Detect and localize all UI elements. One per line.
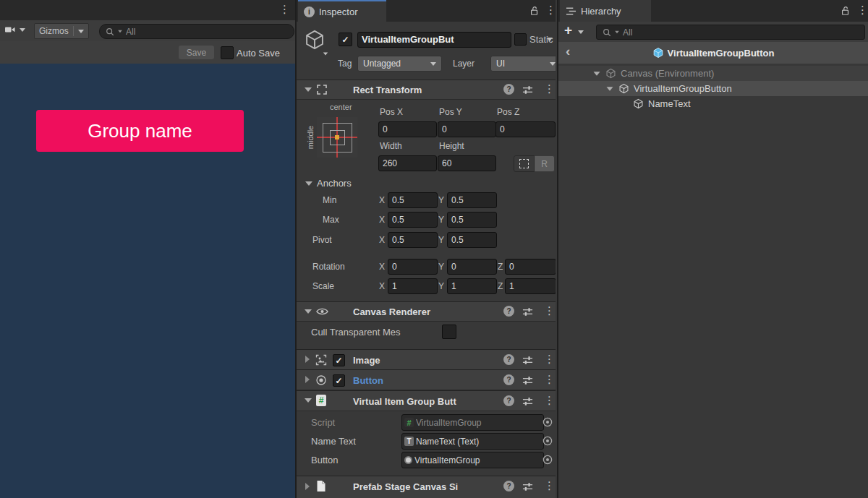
tab-hierarchy[interactable]: Hierarchy bbox=[560, 0, 651, 22]
axis-x-label: X bbox=[379, 281, 385, 291]
anchors-foldout-icon[interactable] bbox=[305, 181, 312, 186]
foldout-closed-icon[interactable] bbox=[305, 376, 310, 383]
name-text-field-label: Name Text bbox=[311, 436, 356, 447]
scale-z-field[interactable]: 1 bbox=[505, 278, 556, 294]
blueprint-mode-button[interactable] bbox=[514, 155, 535, 172]
eye-icon bbox=[316, 306, 328, 317]
gameobject-active-checkbox[interactable]: ✓ bbox=[339, 33, 352, 46]
presets-icon[interactable] bbox=[522, 355, 533, 366]
presets-icon[interactable] bbox=[522, 85, 533, 95]
prefab-back-button[interactable]: ‹ bbox=[566, 43, 570, 59]
gameobject-cube-icon[interactable] bbox=[304, 29, 326, 51]
pos-z-label: Pos Z bbox=[497, 107, 519, 117]
pos-y-field[interactable]: 0 bbox=[438, 121, 496, 137]
hierarchy-search-input[interactable]: All bbox=[596, 25, 865, 40]
canvas-renderer-kebab-icon[interactable]: ⋮ bbox=[544, 306, 555, 316]
name-text-object-picker-icon[interactable] bbox=[541, 433, 554, 448]
button-object-picker-icon[interactable] bbox=[541, 452, 554, 467]
foldout-open-icon[interactable] bbox=[305, 87, 312, 92]
scene-viewport[interactable]: Group name bbox=[0, 64, 295, 498]
hierarchy-kebab-menu-icon[interactable]: ⋮ bbox=[857, 5, 868, 15]
presets-icon[interactable] bbox=[522, 481, 533, 492]
anchors-min-x-field[interactable]: 0.5 bbox=[388, 192, 438, 208]
prefab-stage-kebab-icon[interactable]: ⋮ bbox=[544, 481, 555, 491]
foldout-closed-icon[interactable] bbox=[305, 356, 310, 363]
foldout-closed-icon[interactable] bbox=[305, 483, 310, 490]
static-dropdown-icon[interactable] bbox=[547, 38, 553, 41]
name-text-object-field[interactable]: T NameText (Text) bbox=[401, 433, 544, 450]
script-component-header[interactable]: # Virtual Item Group Butt ? ⋮ bbox=[297, 390, 556, 411]
help-icon[interactable]: ? bbox=[503, 374, 514, 385]
add-gameobject-button[interactable]: + bbox=[564, 22, 572, 38]
rect-transform-kebab-icon[interactable]: ⋮ bbox=[544, 84, 555, 94]
canvas-renderer-header[interactable]: Canvas Renderer ? ⋮ bbox=[297, 301, 556, 322]
save-button[interactable]: Save bbox=[179, 46, 214, 59]
foldout-open-icon[interactable] bbox=[305, 309, 312, 314]
foldout-open-icon[interactable] bbox=[594, 72, 600, 75]
cull-transparent-mesh-checkbox[interactable] bbox=[442, 325, 456, 339]
anchors-max-y-field[interactable]: 0.5 bbox=[447, 212, 497, 228]
hierarchy-row-canvas[interactable]: Canvas (Environment) bbox=[558, 66, 868, 81]
help-icon[interactable]: ? bbox=[503, 395, 514, 406]
anchors-min-y-field[interactable]: 0.5 bbox=[447, 192, 497, 208]
rotation-y-field[interactable]: 0 bbox=[447, 259, 497, 275]
search-filter-dropdown-icon bbox=[615, 31, 619, 34]
presets-icon[interactable] bbox=[522, 375, 533, 386]
scene-camera-button[interactable] bbox=[4, 24, 25, 35]
tab-inspector[interactable]: i Inspector bbox=[298, 0, 386, 22]
rotation-z-field[interactable]: 0 bbox=[505, 259, 556, 275]
presets-icon[interactable] bbox=[522, 306, 533, 317]
button-object-field[interactable]: VirtualItemGroup bbox=[401, 452, 544, 468]
help-icon[interactable]: ? bbox=[503, 84, 514, 95]
button-component-icon bbox=[315, 374, 327, 386]
anchors-max-x-field[interactable]: 0.5 bbox=[388, 212, 438, 228]
rotation-x-field[interactable]: 0 bbox=[388, 259, 438, 275]
lock-icon[interactable] bbox=[841, 6, 851, 16]
button-enabled-checkbox[interactable]: ✓ bbox=[333, 374, 345, 387]
foldout-open-icon[interactable] bbox=[607, 87, 613, 90]
script-object-picker-icon[interactable] bbox=[541, 414, 554, 429]
presets-icon[interactable] bbox=[522, 396, 533, 407]
gameobject-icon-dropdown-icon[interactable] bbox=[323, 53, 328, 56]
script-object-field[interactable]: # VirtualItemGroup bbox=[401, 414, 544, 431]
camera-icon bbox=[4, 24, 16, 35]
button-component-header[interactable]: ✓ Button ? ⋮ bbox=[297, 369, 556, 390]
static-checkbox[interactable] bbox=[514, 33, 527, 46]
prefab-stage-header[interactable]: Prefab Stage Canvas Si ? ⋮ bbox=[297, 476, 556, 498]
image-kebab-icon[interactable]: ⋮ bbox=[544, 354, 555, 364]
lock-icon[interactable] bbox=[529, 6, 540, 16]
image-component-header[interactable]: ✓ Image ? ⋮ bbox=[297, 349, 556, 370]
group-button-preview[interactable]: Group name bbox=[36, 110, 244, 152]
hierarchy-row-nametext[interactable]: NameText bbox=[558, 96, 868, 111]
anchor-preset-widget[interactable] bbox=[317, 117, 357, 158]
scale-x-field[interactable]: 1 bbox=[388, 278, 438, 294]
help-icon[interactable]: ? bbox=[503, 306, 514, 317]
height-field[interactable]: 60 bbox=[438, 155, 496, 171]
gameobject-name-field[interactable]: VirtualItemGroupBut bbox=[357, 32, 511, 48]
inspector-kebab-menu-icon[interactable]: ⋮ bbox=[545, 5, 556, 15]
scene-kebab-menu-icon[interactable]: ⋮ bbox=[279, 4, 290, 14]
hierarchy-tab-label: Hierarchy bbox=[581, 6, 621, 17]
add-dropdown-icon[interactable] bbox=[578, 30, 584, 34]
pivot-y-field[interactable]: 0.5 bbox=[447, 232, 497, 248]
help-icon[interactable]: ? bbox=[503, 481, 514, 491]
script-kebab-icon[interactable]: ⋮ bbox=[544, 395, 555, 405]
pos-z-field[interactable]: 0 bbox=[495, 121, 556, 137]
raw-edit-button[interactable]: R bbox=[535, 155, 555, 172]
pivot-x-field[interactable]: 0.5 bbox=[388, 232, 438, 248]
pos-x-field[interactable]: 0 bbox=[378, 121, 437, 137]
help-icon[interactable]: ? bbox=[503, 354, 514, 365]
scene-search-input[interactable]: All bbox=[99, 24, 294, 39]
layer-dropdown[interactable]: UI bbox=[490, 56, 556, 72]
auto-save-checkbox[interactable] bbox=[221, 46, 234, 59]
scale-y-field[interactable]: 1 bbox=[447, 278, 497, 294]
hierarchy-row-virtualitemgroupbutton[interactable]: VirtualItemGroupButton bbox=[558, 81, 868, 96]
width-field[interactable]: 260 bbox=[378, 155, 437, 171]
tag-dropdown[interactable]: Untagged bbox=[357, 56, 442, 72]
gizmos-dropdown[interactable]: Gizmos bbox=[34, 23, 89, 39]
image-enabled-checkbox[interactable]: ✓ bbox=[333, 354, 345, 366]
button-kebab-icon[interactable]: ⋮ bbox=[544, 374, 555, 385]
rect-transform-header[interactable]: Rect Transform ? ⋮ bbox=[297, 80, 556, 100]
foldout-open-icon[interactable] bbox=[305, 398, 312, 403]
prefab-root-header[interactable]: VirtualItemGroupButton bbox=[652, 47, 775, 59]
